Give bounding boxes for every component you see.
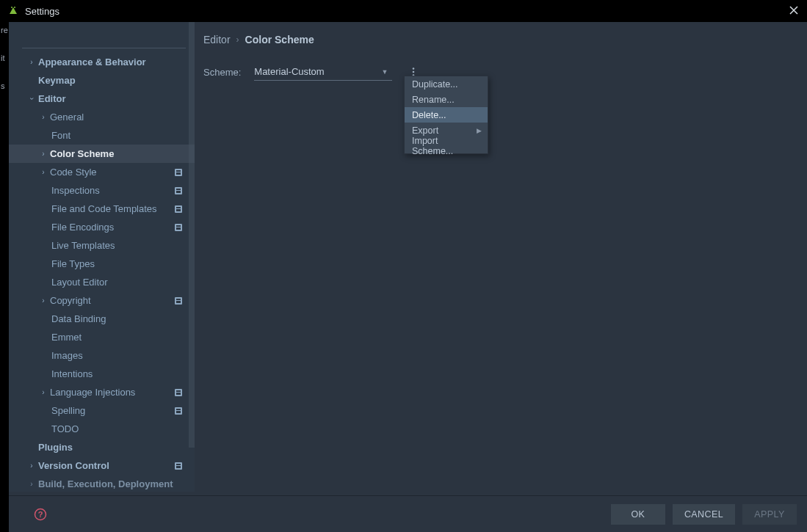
svg-rect-3 (176, 170, 181, 172)
tree-code-style[interactable]: › Code Style (9, 163, 195, 181)
titlebar: Settings (0, 0, 807, 22)
close-icon[interactable] (789, 6, 800, 16)
project-level-icon (174, 388, 184, 397)
project-level-icon (174, 296, 184, 305)
left-gutter: re it s (0, 22, 9, 532)
tree-emmet[interactable]: Emmet (9, 328, 195, 346)
tree-file-types[interactable]: File Types (9, 255, 195, 273)
tree-file-code-templates[interactable]: File and Code Templates (9, 200, 195, 218)
svg-rect-4 (176, 172, 181, 175)
scheme-value: Material-Custom (254, 66, 324, 77)
svg-rect-22 (176, 411, 181, 413)
svg-rect-9 (176, 207, 181, 208)
tree-appearance-behavior[interactable]: › Appearance & Behavior (9, 53, 195, 71)
chevron-right-icon: › (40, 168, 47, 176)
chevron-right-icon: › (40, 388, 47, 396)
svg-rect-25 (176, 466, 181, 468)
tree-plugins[interactable]: Plugins (9, 438, 195, 456)
svg-point-27 (413, 71, 415, 73)
chevron-right-icon: › (40, 150, 47, 158)
breadcrumb-current: Color Scheme (245, 34, 314, 45)
tree-images[interactable]: Images (9, 346, 195, 365)
popup-delete[interactable]: Delete... (405, 107, 488, 123)
tree-file-encodings[interactable]: File Encodings (9, 218, 195, 236)
tree-inspections[interactable]: Inspections (9, 181, 195, 200)
ok-button[interactable]: OK (611, 504, 665, 525)
svg-rect-6 (176, 189, 181, 190)
popup-rename[interactable]: Rename... (405, 92, 488, 107)
tree-build-execution[interactable]: › Build, Execution, Deployment (9, 475, 195, 492)
popup-import[interactable]: Import Scheme... (405, 138, 488, 153)
android-studio-icon (7, 5, 19, 17)
tree-copyright[interactable]: › Copyright (9, 291, 195, 310)
project-level-icon (174, 407, 184, 415)
submenu-arrow-icon: ▶ (477, 127, 482, 134)
svg-rect-7 (176, 191, 181, 193)
breadcrumb-parent[interactable]: Editor (203, 34, 231, 45)
settings-tree: › Appearance & Behavior Keymap › Editor … (9, 48, 195, 492)
project-level-icon (174, 186, 184, 195)
scheme-row: Scheme: Material-Custom ▼ (203, 63, 807, 81)
project-level-icon (174, 223, 184, 232)
scheme-label: Scheme: (203, 67, 241, 78)
tree-spelling[interactable]: Spelling (9, 401, 195, 420)
tree-editor[interactable]: › Editor (9, 90, 195, 108)
popup-duplicate[interactable]: Duplicate... (405, 76, 488, 92)
chevron-down-icon: › (28, 95, 36, 103)
scheme-dropdown[interactable]: Material-Custom ▼ (254, 63, 392, 81)
svg-rect-10 (176, 209, 181, 211)
scheme-actions-popup: Duplicate... Rename... Delete... Export▶… (404, 76, 488, 154)
svg-text:?: ? (38, 510, 43, 519)
cancel-button[interactable]: CANCEL (673, 504, 735, 525)
breadcrumb: Editor › Color Scheme (203, 22, 807, 48)
tree-font[interactable]: Font (9, 126, 195, 145)
search-field[interactable] (22, 22, 186, 48)
tree-language-injections[interactable]: › Language Injections (9, 383, 195, 401)
svg-point-26 (413, 68, 415, 70)
svg-rect-19 (176, 393, 181, 395)
settings-window: Settings re it s › Appearance & Behavior (0, 0, 807, 532)
svg-rect-21 (176, 409, 181, 410)
tree-live-templates[interactable]: Live Templates (9, 236, 195, 255)
tree-keymap[interactable]: Keymap (9, 71, 195, 90)
tree-layout-editor[interactable]: Layout Editor (9, 273, 195, 291)
chevron-right-icon: › (40, 113, 47, 121)
help-button[interactable]: ? (32, 506, 48, 522)
svg-point-0 (11, 7, 12, 8)
project-level-icon (174, 462, 184, 470)
svg-rect-13 (176, 227, 181, 230)
main-panel: Editor › Color Scheme Scheme: Material-C… (203, 22, 807, 492)
dialog-bottombar: ? OK CANCEL APPLY (9, 495, 807, 532)
svg-rect-15 (176, 299, 181, 300)
dialog-content: › Appearance & Behavior Keymap › Editor … (9, 22, 807, 532)
chevron-right-icon: › (28, 480, 35, 488)
svg-rect-12 (176, 225, 181, 227)
chevron-right-icon: › (28, 58, 35, 66)
tree-general[interactable]: › General (9, 108, 195, 126)
project-level-icon (174, 205, 184, 214)
sidebar-scrollbar[interactable] (189, 22, 195, 448)
tree-version-control[interactable]: › Version Control (9, 456, 195, 475)
tree-data-binding[interactable]: Data Binding (9, 310, 195, 328)
chevron-right-icon: › (236, 34, 239, 45)
svg-point-1 (14, 7, 15, 8)
svg-rect-24 (176, 464, 181, 465)
settings-sidebar: › Appearance & Behavior Keymap › Editor … (9, 22, 195, 492)
svg-rect-16 (176, 301, 181, 303)
svg-rect-18 (176, 390, 181, 392)
chevron-right-icon: › (40, 296, 47, 305)
tree-todo[interactable]: TODO (9, 420, 195, 438)
chevron-right-icon: › (28, 462, 35, 470)
dropdown-triangle-icon: ▼ (381, 68, 388, 76)
apply-button[interactable]: APPLY (742, 504, 797, 525)
tree-intentions[interactable]: Intentions (9, 365, 195, 383)
tree-color-scheme[interactable]: › Color Scheme (9, 145, 195, 163)
project-level-icon (174, 168, 184, 177)
window-title: Settings (25, 6, 789, 17)
